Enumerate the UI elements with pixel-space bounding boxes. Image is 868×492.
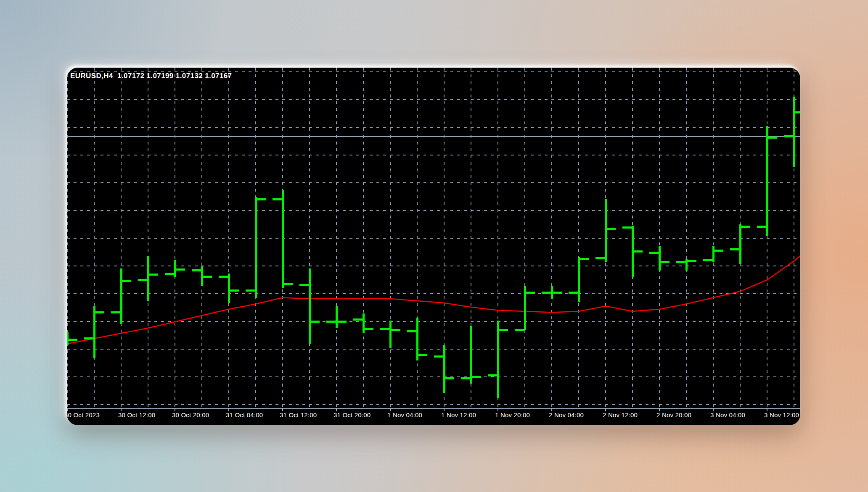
ohlc-bar <box>434 345 454 393</box>
ohlc-bar <box>246 197 266 297</box>
ohlc-bar <box>515 286 535 330</box>
ohlc-bar <box>461 326 481 384</box>
x-axis-label: 2 Nov 12:00 <box>603 411 638 418</box>
x-axis-label: 30 Oct 20:00 <box>172 411 209 418</box>
ohlc-bar <box>676 259 696 270</box>
ohlc-bar <box>407 318 427 360</box>
ohlc-bar <box>757 126 777 236</box>
ohlc-bar <box>542 286 562 299</box>
x-axis-label: 2 Nov 20:00 <box>656 411 691 418</box>
ohlc-bar <box>595 199 616 262</box>
ohlc-bar <box>299 268 320 344</box>
ohlc-bar <box>219 274 239 303</box>
ohlc-bar <box>353 313 373 333</box>
x-axis-label: 1 Nov 20:00 <box>495 411 530 418</box>
ohlc-bar <box>380 321 400 348</box>
x-axis-label: 30 Oct 12:00 <box>118 411 155 418</box>
ohlc-bar <box>84 306 104 359</box>
ohlc-bar <box>165 260 185 277</box>
x-axis-label: 3 Nov 04:00 <box>710 411 745 418</box>
ohlc-bar <box>730 224 750 264</box>
ohlc-bar <box>784 97 800 167</box>
x-axis-label: 30 Oct 2023 <box>67 411 100 418</box>
ohlc-bar <box>488 321 508 398</box>
chart-window: EURUSD,H4 1.07172 1.07199 1.07132 1.0716… <box>67 68 800 425</box>
ohlc-bar <box>703 246 723 262</box>
x-axis-label: 31 Oct 12:00 <box>280 411 317 418</box>
x-axis-label: 1 Nov 04:00 <box>387 411 422 418</box>
x-axis-label: 2 Nov 04:00 <box>549 411 584 418</box>
ohlc-bar <box>111 268 131 324</box>
chart-symbol-quote: EURUSD,H4 1.07172 1.07199 1.07132 1.0716… <box>70 72 232 80</box>
x-axis-label: 1 Nov 12:00 <box>441 411 476 418</box>
x-axis-label: 31 Oct 04:00 <box>226 411 263 418</box>
ohlc-bar <box>622 226 643 277</box>
chart-canvas[interactable] <box>67 68 800 425</box>
x-axis-label: 31 Oct 20:00 <box>333 411 370 418</box>
ohlc-bar <box>192 266 212 286</box>
ohlc-bar <box>649 246 670 270</box>
ohlc-bar <box>273 190 293 288</box>
ohlc-bar <box>569 257 589 302</box>
x-axis-label: 3 Nov 12:00 <box>764 411 799 418</box>
ohlc-bar <box>326 306 347 328</box>
